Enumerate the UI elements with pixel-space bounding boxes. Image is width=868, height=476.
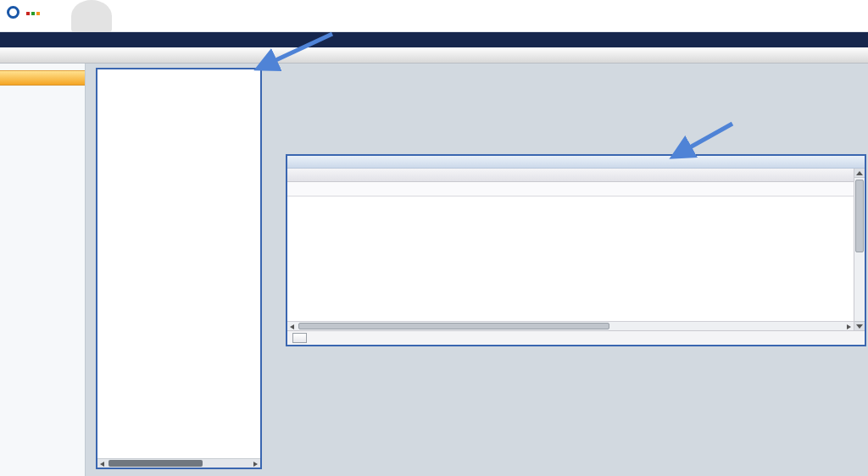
menu-bar	[0, 47, 868, 64]
claims-table	[287, 169, 854, 330]
regular-tasks-header	[0, 70, 85, 86]
table-body	[287, 196, 854, 321]
table-vscroll-thumb[interactable]	[855, 180, 864, 252]
table-filter-row	[287, 182, 854, 196]
pagination-bar	[287, 330, 865, 345]
scroll-right-icon[interactable]	[847, 324, 851, 329]
scroll-up-icon[interactable]	[854, 169, 865, 178]
navigation-tree	[97, 69, 260, 458]
logo-dots-icon	[25, 8, 40, 17]
next-page-button[interactable]	[292, 333, 307, 343]
table-vertical-scrollbar[interactable]	[854, 169, 865, 330]
scroll-left-icon[interactable]	[290, 324, 294, 329]
scroll-left-icon[interactable]	[100, 462, 104, 467]
decorative-head-silhouette	[71, 0, 112, 32]
tree-scrollbar-thumb[interactable]	[108, 460, 203, 467]
scroll-down-icon[interactable]	[854, 321, 865, 330]
top-header	[0, 0, 868, 32]
benefit-claim-applications-panel	[286, 154, 866, 346]
table-hscroll-thumb[interactable]	[298, 323, 609, 329]
sidebar	[0, 64, 86, 476]
scroll-right-icon[interactable]	[253, 462, 258, 467]
app-window	[0, 0, 868, 476]
table-horizontal-scrollbar[interactable]	[287, 321, 854, 330]
navigation-tree-panel	[96, 68, 262, 469]
panel-header	[287, 156, 865, 169]
table-header-row	[287, 169, 854, 182]
panel-body	[287, 169, 865, 330]
logo-ring-icon	[7, 6, 19, 19]
tree-horizontal-scrollbar[interactable]	[97, 458, 260, 468]
app-logo[interactable]	[7, 6, 40, 19]
welcome-bar	[0, 32, 868, 47]
